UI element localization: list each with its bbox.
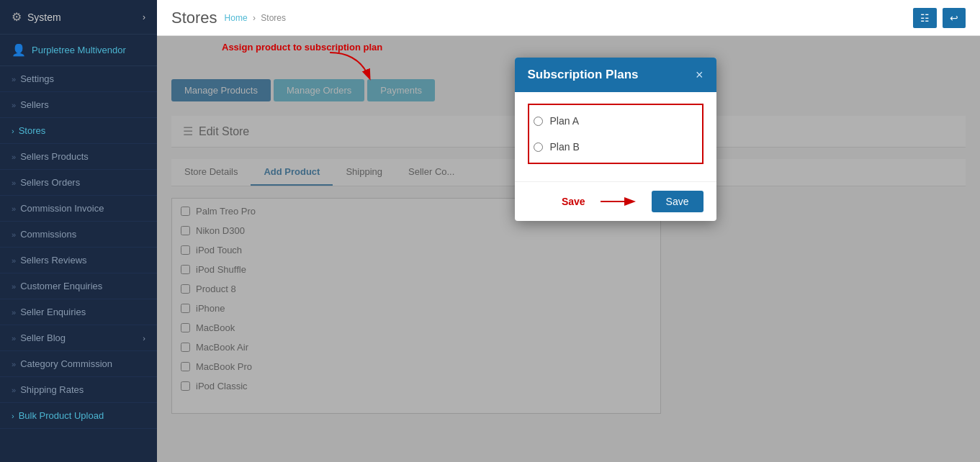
sidebar-item-sellers-reviews[interactable]: » Sellers Reviews <box>0 248 157 273</box>
sidebar-item-label: Bulk Product Upload <box>19 410 104 421</box>
sidebar-item-seller-enquiries[interactable]: » Seller Enquiries <box>0 299 157 325</box>
back-button[interactable]: ↩ <box>943 8 966 28</box>
sidebar-item-label: Commissions <box>20 229 76 240</box>
sidebar-item-label: Sellers <box>20 99 49 110</box>
sidebar-item-sellers-orders[interactable]: » Sellers Orders <box>0 170 157 196</box>
sidebar-item-label: Sellers Orders <box>20 177 80 188</box>
top-bar: Stores Home › Stores ☷ ↩ <box>157 0 980 36</box>
plan-option-b[interactable]: Plan B <box>532 134 699 160</box>
modal-overlay: Subscription Plans × Plan A Plan B <box>157 36 980 462</box>
sidebar-item-label: Customer Enquiries <box>20 281 102 291</box>
sidebar-item-label: Commission Invoice <box>20 203 104 214</box>
page-title: Stores <box>171 9 217 27</box>
sidebar-item-label: Sellers Products <box>20 151 89 162</box>
modal-header: Subscription Plans × <box>515 58 716 92</box>
breadcrumb-home[interactable]: Home <box>225 13 248 23</box>
grid-view-button[interactable]: ☷ <box>913 8 937 28</box>
breadcrumb-current: Stores <box>261 13 286 23</box>
sidebar-item-label: Settings <box>20 73 54 84</box>
plan-b-radio[interactable] <box>534 142 543 152</box>
system-chevron-icon: › <box>143 12 145 22</box>
modal-title: Subscription Plans <box>528 68 639 82</box>
sidebar-user[interactable]: 👤 Purpletree Multivendor <box>0 35 157 66</box>
sidebar: ⚙ System › 👤 Purpletree Multivendor » Se… <box>0 0 157 462</box>
save-annotation: Save <box>562 196 585 207</box>
sidebar-item-sellers-products[interactable]: » Sellers Products <box>0 144 157 170</box>
sidebar-user-label: Purpletree Multivendor <box>32 45 126 55</box>
modal-footer: Save Save <box>515 181 716 221</box>
modal-body: Plan A Plan B <box>515 92 716 181</box>
sidebar-item-commission-invoice[interactable]: » Commission Invoice <box>0 196 157 222</box>
sidebar-item-shipping-rates[interactable]: » Shipping Rates <box>0 377 157 403</box>
plan-a-label: Plan A <box>550 115 579 127</box>
plan-b-label: Plan B <box>550 141 580 153</box>
user-icon: 👤 <box>12 43 26 57</box>
sidebar-item-seller-blog[interactable]: » Seller Blog › <box>0 325 157 351</box>
sidebar-item-sellers[interactable]: » Sellers <box>0 92 157 118</box>
sidebar-item-label: Stores <box>19 125 46 136</box>
sidebar-item-bulk-product-upload[interactable]: › Bulk Product Upload <box>0 403 157 429</box>
main-area: Stores Home › Stores ☷ ↩ Assign product … <box>157 0 980 462</box>
sidebar-item-commissions[interactable]: » Commissions <box>0 222 157 248</box>
subscription-plans-modal: Subscription Plans × Plan A Plan B <box>515 58 716 221</box>
sidebar-item-stores[interactable]: › Stores <box>0 118 157 144</box>
sidebar-item-category-commission[interactable]: » Category Commission <box>0 351 157 377</box>
content-area: Assign product to subscription plan Mana… <box>157 36 980 462</box>
sidebar-item-customer-enquiries[interactable]: » Customer Enquiries <box>0 273 157 299</box>
sidebar-system-title: System <box>27 12 61 23</box>
breadcrumb: Home › Stores <box>225 13 286 23</box>
sidebar-item-label: Shipping Rates <box>20 384 84 395</box>
gear-icon: ⚙ <box>12 10 22 24</box>
plan-option-a[interactable]: Plan A <box>532 108 699 134</box>
modal-close-button[interactable]: × <box>696 68 703 81</box>
plan-options-box: Plan A Plan B <box>528 104 703 164</box>
sidebar-system-header[interactable]: ⚙ System › <box>0 0 157 35</box>
chevron-right-icon: › <box>143 334 145 343</box>
plan-a-radio[interactable] <box>534 117 543 126</box>
sidebar-item-label: Seller Blog <box>20 332 66 343</box>
sidebar-item-settings[interactable]: » Settings <box>0 66 157 92</box>
sidebar-item-label: Sellers Reviews <box>20 255 86 266</box>
sidebar-item-label: Seller Enquiries <box>20 307 86 317</box>
modal-save-button[interactable]: Save <box>652 191 703 212</box>
sidebar-item-label: Category Commission <box>20 358 112 369</box>
